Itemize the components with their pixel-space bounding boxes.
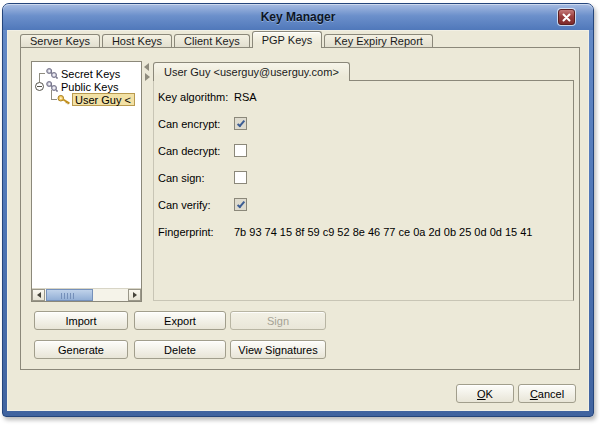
arrow-left-icon: [37, 292, 41, 298]
fingerprint-value: 7b 93 74 15 8f 59 c9 52 8e 46 77 ce 0a 2…: [234, 226, 532, 238]
collapse-left-icon[interactable]: [144, 63, 149, 71]
keys-icon: [45, 67, 59, 80]
field-can-encrypt: Can encrypt:: [21, 117, 579, 131]
export-button[interactable]: Export: [134, 311, 226, 330]
view-signatures-button[interactable]: View Signatures: [230, 340, 326, 359]
tree-item-secret-keys[interactable]: Secret Keys: [45, 67, 120, 80]
key-detail-panel: [153, 80, 574, 301]
main-tabbar: Server Keys Host Keys Client Keys PGP Ke…: [20, 31, 433, 47]
pgp-keys-panel: Secret Keys Pu: [20, 47, 580, 370]
tab-key-expiry-report[interactable]: Key Expiry Report: [324, 34, 433, 47]
import-button[interactable]: Import: [34, 311, 128, 330]
can-encrypt-label: Can encrypt:: [158, 118, 232, 130]
close-icon: [562, 13, 571, 22]
scroll-right-button[interactable]: [128, 289, 141, 301]
can-sign-label: Can sign:: [158, 172, 232, 184]
tree-item-label: Secret Keys: [61, 68, 120, 80]
check-icon: [237, 119, 245, 128]
screen: Key Manager Server Keys Host Keys Client…: [0, 0, 600, 425]
tree-hscrollbar[interactable]: [32, 288, 141, 301]
ok-button[interactable]: OK: [456, 384, 514, 403]
key-algorithm-value: RSA: [234, 91, 257, 103]
key-manager-window: Key Manager Server Keys Host Keys Client…: [2, 3, 594, 417]
key-detail-tab[interactable]: User Guy <userguy@userguy.com>: [153, 62, 350, 81]
window-title: Key Manager: [261, 10, 336, 24]
tree-connector: [39, 73, 40, 82]
field-fingerprint: Fingerprint: 7b 93 74 15 8f 59 c9 52 8e …: [21, 225, 579, 239]
can-verify-checkbox[interactable]: [234, 198, 247, 211]
key-algorithm-label: Key algorithm:: [158, 91, 232, 103]
delete-button[interactable]: Delete: [134, 340, 226, 359]
scrollbar-thumb[interactable]: [46, 289, 93, 301]
can-decrypt-label: Can decrypt:: [158, 145, 232, 157]
generate-button[interactable]: Generate: [34, 340, 128, 359]
field-can-decrypt: Can decrypt:: [21, 144, 579, 158]
dialog-content: Server Keys Host Keys Client Keys PGP Ke…: [7, 30, 589, 411]
field-can-sign: Can sign:: [21, 171, 579, 185]
scroll-left-button[interactable]: [32, 289, 45, 301]
titlebar[interactable]: Key Manager: [3, 4, 593, 30]
arrow-right-icon: [133, 292, 137, 298]
tab-host-keys[interactable]: Host Keys: [102, 34, 172, 47]
tab-pgp-keys[interactable]: PGP Keys: [252, 31, 323, 48]
field-key-algorithm: Key algorithm: RSA: [21, 90, 579, 104]
can-decrypt-checkbox[interactable]: [234, 144, 247, 157]
tab-server-keys[interactable]: Server Keys: [20, 34, 100, 47]
fingerprint-label: Fingerprint:: [158, 226, 232, 238]
collapse-right-icon[interactable]: [145, 73, 150, 81]
sign-button[interactable]: Sign: [230, 311, 326, 330]
field-can-verify: Can verify:: [21, 198, 579, 212]
close-button[interactable]: [558, 9, 575, 25]
cancel-button[interactable]: Cancel: [518, 384, 576, 403]
tab-client-keys[interactable]: Client Keys: [174, 34, 250, 47]
can-sign-checkbox[interactable]: [234, 171, 247, 184]
can-verify-label: Can verify:: [158, 199, 232, 211]
check-icon: [237, 200, 245, 209]
can-encrypt-checkbox[interactable]: [234, 117, 247, 130]
